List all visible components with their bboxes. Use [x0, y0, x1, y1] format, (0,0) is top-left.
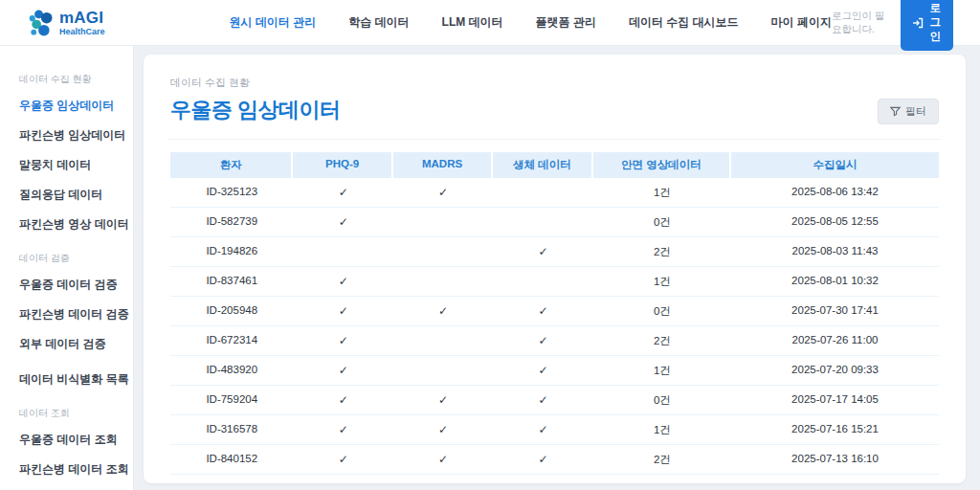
sidebar-section-header: 데이터 조회	[19, 407, 123, 420]
cell-phq9: ✓	[293, 297, 392, 325]
top-navbar: mAGI HealthCare 원시 데이터 관리학습 데이터LLM 데이터플랫…	[0, 0, 980, 46]
table-row[interactable]: ID-483920 ✓ ✓ 1건 2025-07-20 09:33	[170, 356, 939, 386]
cell-collected-datetime: 2025-07-17 14:05	[731, 386, 939, 414]
nav-item[interactable]: 데이터 수집 대시보드	[629, 14, 739, 31]
cell-patient-id: ID-840152	[170, 445, 293, 474]
sidebar-item[interactable]: 우울증 데이터 검증	[19, 277, 123, 293]
cell-biometric: ✓	[493, 445, 592, 474]
table-row[interactable]: ID-672314 ✓ ✓ 2건 2025-07-26 11:00	[170, 326, 939, 356]
nav-item[interactable]: 마이 페이지	[771, 14, 832, 31]
cell-face-video-count: 0건	[593, 297, 732, 325]
cell-biometric	[493, 178, 592, 207]
cell-face-video-count: 0건	[593, 208, 732, 236]
filter-button[interactable]: 필터	[878, 99, 939, 124]
cell-patient-id: ID-483920	[170, 356, 293, 385]
sidebar-item[interactable]: 파킨슨병 데이터 조회	[19, 461, 123, 478]
cell-phq9	[293, 237, 392, 266]
cell-biometric: ✓	[493, 356, 592, 385]
cell-madrs: ✓	[393, 445, 493, 474]
brand-name: mAGI	[59, 10, 105, 26]
cell-madrs	[393, 267, 493, 296]
cell-madrs	[393, 208, 493, 236]
cell-phq9: ✓	[293, 208, 392, 236]
cell-biometric	[493, 208, 592, 236]
nav-item[interactable]: 플랫폼 관리	[536, 14, 596, 31]
filter-button-label: 필터	[905, 104, 926, 119]
cell-biometric: ✓	[493, 326, 592, 355]
brand-subname: HealthCare	[59, 28, 105, 36]
cell-madrs	[393, 237, 493, 266]
cell-face-video-count: 2건	[593, 326, 732, 355]
sidebar-section: 데이터 검증 우울증 데이터 검증파킨슨병 데이터 검증외부 데이터 검증	[19, 252, 123, 352]
cell-collected-datetime: 2025-07-20 09:33	[731, 356, 939, 385]
auth-area: 로그인이 필요합니다. 로그인	[832, 0, 953, 51]
cell-biometric: ✓	[493, 297, 592, 325]
cell-collected-datetime: 2025-08-03 11:43	[731, 237, 939, 266]
content-card: 데이터 수집 현황 우울증 임상데이터 필터 환자PHQ-9MADRS생체 데이…	[144, 55, 966, 483]
cell-collected-datetime: 2025-07-13 16:10	[731, 445, 939, 474]
sidebar-section: 데이터 수집 현황 우울증 임상데이터파킨슨병 임상데이터말뭉치 데이터질의응답…	[19, 73, 123, 233]
cell-madrs: ✓	[393, 297, 493, 325]
sidebar-section: 데이터 비식별화 목록	[19, 371, 123, 388]
main-nav: 원시 데이터 관리학습 데이터LLM 데이터플랫폼 관리데이터 수집 대시보드마…	[230, 14, 832, 31]
filter-funnel-icon	[890, 106, 901, 117]
sidebar-item[interactable]: 말뭉치 데이터	[19, 157, 123, 173]
cell-collected-datetime: 2025-07-16 15:21	[731, 415, 939, 444]
sidebar-item[interactable]: 파킨슨병 임상데이터	[19, 127, 123, 144]
cell-collected-datetime: 2025-07-26 11:00	[731, 326, 939, 355]
cell-phq9: ✓	[293, 178, 392, 207]
cell-patient-id: ID-316578	[170, 415, 293, 444]
sidebar-section-header: 데이터 수집 현황	[19, 73, 123, 86]
table-column-header: MADRS	[393, 152, 493, 178]
login-icon	[912, 17, 924, 29]
cell-phq9: ✓	[293, 326, 392, 355]
brand-logo[interactable]: mAGI HealthCare	[27, 9, 105, 37]
nav-item[interactable]: 학습 데이터	[348, 14, 409, 31]
cell-biometric	[493, 267, 592, 296]
sidebar-item[interactable]: 질의응답 데이터	[19, 187, 123, 203]
table-column-header: 환자	[170, 152, 293, 178]
sidebar-item[interactable]: 파킨슨병 데이터 검증	[19, 306, 123, 323]
title-divider	[168, 139, 941, 140]
table-body: ID-325123 ✓ ✓ 1건 2025-08-06 13:42 ID-582…	[170, 178, 939, 475]
cell-madrs: ✓	[393, 178, 493, 207]
sidebar-item[interactable]: 데이터 비식별화 목록	[19, 371, 123, 388]
sidebar-item[interactable]: 우울증 임상데이터	[19, 98, 123, 114]
table-row[interactable]: ID-325123 ✓ ✓ 1건 2025-08-06 13:42	[170, 178, 939, 208]
cell-face-video-count: 0건	[593, 386, 732, 414]
login-button-label: 로그인	[929, 1, 942, 44]
table-row[interactable]: ID-837461 ✓ 1건 2025-08-01 10:32	[170, 267, 939, 297]
table-column-header: 수집일시	[731, 152, 939, 178]
nav-item[interactable]: 원시 데이터 관리	[230, 14, 317, 31]
cell-patient-id: ID-205948	[170, 297, 293, 325]
login-button[interactable]: 로그인	[901, 0, 953, 51]
cell-patient-id: ID-582739	[170, 208, 293, 236]
cell-collected-datetime: 2025-08-06 13:42	[731, 178, 939, 207]
cell-biometric: ✓	[493, 415, 592, 444]
data-table: 환자PHQ-9MADRS생체 데이터안면 영상데이터수집일시 ID-325123…	[170, 152, 939, 475]
cell-patient-id: ID-325123	[170, 178, 293, 207]
table-row[interactable]: ID-840152 ✓ ✓ ✓ 2건 2025-07-13 16:10	[170, 445, 939, 475]
cell-phq9: ✓	[293, 386, 392, 414]
table-row[interactable]: ID-759204 ✓ ✓ ✓ 0건 2025-07-17 14:05	[170, 386, 939, 415]
sidebar-section: 데이터 조회 우울증 데이터 조회파킨슨병 데이터 조회외부 데이터 조회	[19, 407, 123, 490]
cell-madrs	[393, 326, 493, 355]
cell-face-video-count: 1건	[593, 178, 732, 207]
cell-face-video-count: 2건	[593, 237, 732, 266]
table-row[interactable]: ID-582739 ✓ 0건 2025-08-05 12:55	[170, 208, 939, 237]
sidebar-item[interactable]: 파킨슨병 영상 데이터	[19, 216, 123, 233]
table-row[interactable]: ID-194826 ✓ 2건 2025-08-03 11:43	[170, 237, 939, 267]
cell-madrs	[393, 356, 493, 385]
table-column-header: PHQ-9	[293, 152, 392, 178]
breadcrumb: 데이터 수집 현황	[170, 76, 939, 90]
cell-phq9: ✓	[293, 356, 392, 385]
table-row[interactable]: ID-205948 ✓ ✓ ✓ 0건 2025-07-30 17:41	[170, 297, 939, 326]
login-required-message: 로그인이 필요합니다.	[832, 10, 889, 36]
nav-item[interactable]: LLM 데이터	[442, 14, 503, 31]
cell-patient-id: ID-837461	[170, 267, 293, 296]
cell-phq9: ✓	[293, 267, 392, 296]
table-row[interactable]: ID-316578 ✓ ✓ ✓ 1건 2025-07-16 15:21	[170, 415, 939, 445]
sidebar-item[interactable]: 우울증 데이터 조회	[19, 432, 123, 448]
sidebar-item[interactable]: 외부 데이터 검증	[19, 336, 123, 352]
table-column-header: 생체 데이터	[493, 152, 592, 178]
